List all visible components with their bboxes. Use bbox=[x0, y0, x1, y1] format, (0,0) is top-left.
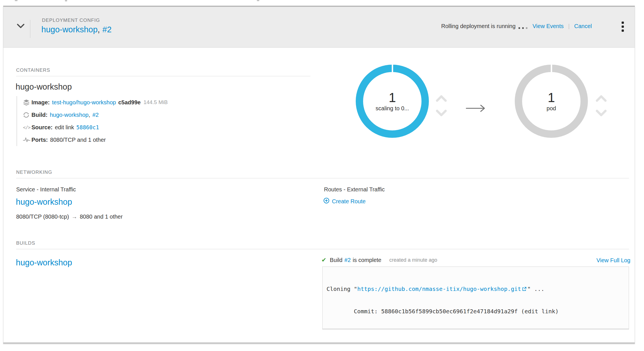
cropped-content-artifact bbox=[15, 0, 18, 1]
view-events-link[interactable]: View Events bbox=[533, 23, 564, 29]
build-word: Build bbox=[330, 257, 342, 263]
build-row: Build: hugo-workshop , #2 bbox=[23, 109, 220, 121]
deployment-status-area: Rolling deployment is running View Event… bbox=[441, 23, 592, 29]
log-line: Commit: 58860c1b56f5899cb50ec6961f2e4718… bbox=[327, 308, 625, 315]
source-label: Source: bbox=[31, 124, 52, 131]
image-size: 144.5 MiB bbox=[143, 99, 168, 105]
deployment-overview-screen: DEPLOYMENT CONFIG hugo-workshop,#2 Rolli… bbox=[0, 0, 644, 351]
build-separator: , bbox=[88, 112, 90, 118]
new-pod-count: 1 bbox=[548, 91, 555, 104]
link-separator: | bbox=[568, 23, 570, 29]
build-status-row: ✔ Build #2 is complete created a minute … bbox=[321, 257, 437, 263]
new-pod-caption: pod bbox=[546, 105, 556, 112]
build-state: is complete bbox=[353, 257, 381, 263]
success-check-icon: ✔ bbox=[321, 257, 327, 263]
service-port-mapping: 8080/TCP (8080-tcp) bbox=[16, 213, 69, 220]
create-route-link[interactable]: Create Route bbox=[323, 198, 366, 205]
git-repo-link[interactable]: https://github.com/nmasse-itix/hugo-work… bbox=[357, 286, 521, 292]
service-ports: 8080/TCP (8080-tcp)→8080 and 1 other bbox=[16, 213, 123, 220]
section-rule bbox=[16, 249, 629, 249]
page-title: hugo-workshop,#2 bbox=[41, 25, 112, 34]
build-config-name-link[interactable]: hugo-workshop bbox=[16, 258, 72, 267]
deployment-config-link[interactable]: hugo-workshop bbox=[41, 25, 98, 34]
old-pod-caption: scaling to 0... bbox=[376, 105, 409, 112]
build-label: Build: bbox=[31, 112, 48, 118]
log-text: Cloning " bbox=[327, 286, 357, 292]
deployment-revision-link[interactable]: #2 bbox=[102, 25, 111, 34]
build-created-ago: created a minute ago bbox=[389, 257, 437, 263]
title-separator: , bbox=[98, 25, 100, 34]
create-route-label[interactable]: Create Route bbox=[332, 198, 366, 205]
log-line: Cloning "https://github.com/nmasse-itix/… bbox=[327, 285, 625, 293]
image-label: Image: bbox=[31, 99, 50, 106]
ports-label: Ports: bbox=[31, 137, 48, 143]
donut-gap bbox=[392, 64, 393, 73]
layers-icon bbox=[23, 99, 31, 105]
routes-heading: Routes - External Traffic bbox=[324, 186, 385, 193]
containers-section-label: CONTAINERS bbox=[16, 67, 50, 73]
service-heading: Service - Internal Traffic bbox=[16, 186, 76, 193]
source-row: </> Source: edit link 58860c1 bbox=[23, 121, 220, 134]
port-arrow-icon: → bbox=[71, 213, 77, 220]
image-stream-link[interactable]: test-hugo/hugo-workshop bbox=[52, 99, 116, 106]
networking-section-label: NETWORKING bbox=[16, 170, 52, 175]
kebab-menu-icon[interactable] bbox=[622, 22, 625, 32]
code-icon: </> bbox=[23, 125, 31, 130]
old-pod-count: 1 bbox=[389, 91, 396, 104]
collapse-chevron-icon[interactable] bbox=[16, 23, 26, 31]
deployment-status-text: Rolling deployment is running bbox=[441, 23, 515, 29]
view-full-log-link[interactable]: View Full Log bbox=[596, 257, 630, 264]
build-number-link[interactable]: #2 bbox=[92, 112, 99, 118]
header-divider bbox=[30, 20, 30, 38]
cropped-content-artifact bbox=[65, 0, 67, 1]
container-name: hugo-workshop bbox=[16, 82, 72, 92]
external-link-icon bbox=[522, 286, 526, 293]
ports-row: Ports: 8080/TCP and 1 other bbox=[23, 134, 220, 146]
scale-down-button-new[interactable] bbox=[596, 109, 607, 117]
build-number-link[interactable]: #2 bbox=[344, 257, 351, 263]
cropped-content-artifact bbox=[257, 0, 259, 1]
service-target-port: 8080 and 1 other bbox=[80, 213, 122, 220]
ports-text: 8080/TCP and 1 other bbox=[50, 137, 106, 143]
scaling-arrow-icon bbox=[466, 104, 488, 114]
pulse-icon bbox=[23, 137, 31, 143]
source-text: edit link bbox=[55, 124, 74, 131]
log-text: " ... bbox=[527, 286, 544, 292]
image-row: Image: test-hugo/hugo-workshop c5ad99e 1… bbox=[23, 96, 220, 109]
section-rule bbox=[16, 76, 310, 76]
section-rule bbox=[16, 178, 629, 178]
running-ellipsis bbox=[518, 27, 528, 29]
builds-section-label: BUILDS bbox=[16, 240, 35, 246]
cancel-deployment-link[interactable]: Cancel bbox=[574, 23, 592, 29]
build-log: Cloning "https://github.com/nmasse-itix/… bbox=[322, 267, 629, 329]
rebuild-icon bbox=[23, 112, 31, 118]
source-commit-link[interactable]: 58860c1 bbox=[76, 124, 99, 130]
plus-circle-icon bbox=[323, 198, 329, 205]
scale-down-button[interactable] bbox=[436, 109, 447, 117]
container-details: Image: test-hugo/hugo-workshop c5ad99e 1… bbox=[16, 96, 220, 146]
old-replica-donut: 1 scaling to 0... bbox=[356, 65, 429, 138]
image-sha: c5ad99e bbox=[118, 99, 141, 106]
service-link[interactable]: hugo-workshop bbox=[16, 197, 72, 207]
new-replica-donut: 1 pod bbox=[515, 65, 588, 138]
resource-kind-label: DEPLOYMENT CONFIG bbox=[42, 18, 100, 23]
donut-gap bbox=[551, 64, 552, 73]
build-config-link[interactable]: hugo-workshop bbox=[50, 112, 89, 118]
scale-up-button[interactable] bbox=[436, 95, 447, 102]
scale-up-button-new[interactable] bbox=[596, 95, 607, 102]
